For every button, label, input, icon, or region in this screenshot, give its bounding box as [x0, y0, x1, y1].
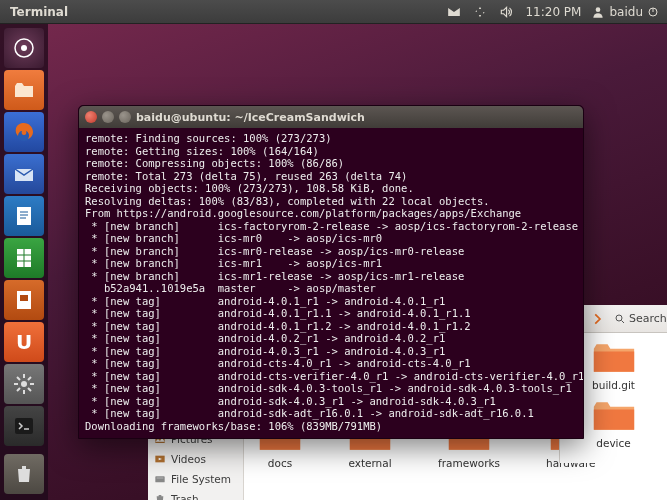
sidebar-item-filesystem[interactable]: File System — [148, 469, 243, 489]
svg-rect-10 — [15, 418, 33, 434]
search-icon — [614, 313, 626, 325]
maximize-button[interactable] — [119, 111, 131, 123]
writer-icon[interactable] — [4, 196, 44, 236]
terminal-titlebar[interactable]: baidu@ubuntu: ~/IceCreamSandwich — [79, 106, 583, 128]
svg-rect-8 — [20, 295, 28, 301]
close-button[interactable] — [85, 111, 97, 123]
terminal-output[interactable]: remote: Finding sources: 100% (273/273) … — [79, 128, 583, 438]
terminal-window: baidu@ubuntu: ~/IceCreamSandwich remote:… — [78, 105, 584, 439]
svg-rect-15 — [155, 476, 164, 482]
top-panel: Terminal 11:20 PM baidu — [0, 0, 667, 24]
volume-indicator[interactable] — [493, 0, 519, 23]
videos-icon — [154, 453, 166, 465]
sidebar-item-trash[interactable]: Trash — [148, 489, 243, 500]
software-center-icon[interactable]: U — [4, 322, 44, 362]
filesystem-icon — [154, 473, 166, 485]
sidebar-item-videos[interactable]: Videos — [148, 449, 243, 469]
user-icon — [591, 5, 605, 19]
calc-icon[interactable] — [4, 238, 44, 278]
search-button[interactable]: Search — [614, 312, 667, 325]
terminal-icon[interactable] — [4, 406, 44, 446]
svg-rect-5 — [17, 207, 31, 225]
clock[interactable]: 11:20 PM — [519, 0, 587, 23]
minimize-button[interactable] — [102, 111, 114, 123]
thunderbird-icon[interactable] — [4, 154, 44, 194]
folder-icon — [592, 341, 636, 375]
folder-icon — [592, 399, 636, 433]
terminal-title: baidu@ubuntu: ~/IceCreamSandwich — [136, 111, 365, 124]
firefox-icon[interactable] — [4, 112, 44, 152]
svg-point-0 — [596, 7, 601, 12]
unity-launcher: U — [0, 24, 48, 500]
trash-icon[interactable] — [4, 454, 44, 494]
dash-home-icon[interactable] — [4, 28, 44, 68]
svg-point-3 — [21, 45, 27, 51]
active-app-title: Terminal — [0, 5, 78, 19]
svg-rect-16 — [157, 478, 164, 479]
trash-icon — [154, 493, 166, 500]
power-icon — [647, 5, 659, 19]
settings-icon[interactable] — [4, 364, 44, 404]
svg-point-11 — [616, 315, 622, 321]
nautilus-icon[interactable] — [4, 70, 44, 110]
user-name: baidu — [609, 5, 643, 19]
svg-point-9 — [21, 381, 27, 387]
impress-icon[interactable] — [4, 280, 44, 320]
watermark: 博客 — [641, 482, 661, 496]
forward-button[interactable] — [588, 310, 606, 328]
user-menu[interactable]: baidu — [587, 0, 667, 23]
mail-indicator[interactable] — [441, 0, 467, 23]
network-indicator[interactable] — [467, 0, 493, 23]
